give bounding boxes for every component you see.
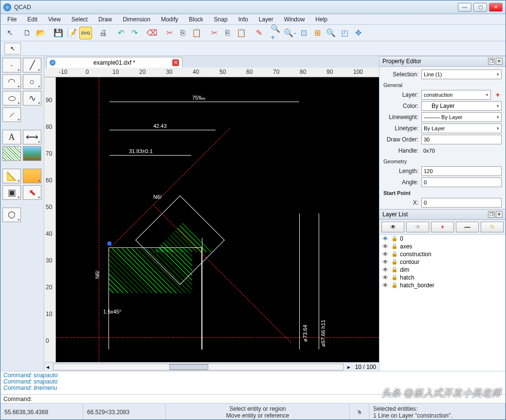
close-panel-icon[interactable]: ✕ — [496, 211, 503, 218]
zoomprev-icon[interactable]: 🔍 — [325, 27, 337, 39]
menu-view[interactable]: View — [43, 15, 66, 24]
lock-icon[interactable]: 🔒 — [391, 259, 398, 265]
grip-point[interactable] — [108, 242, 111, 245]
visibility-icon[interactable]: 👁 — [382, 282, 389, 289]
menu-select[interactable]: Select — [67, 15, 92, 24]
spline-icon[interactable]: ∿▸ — [23, 91, 41, 105]
show-all-icon[interactable]: 👁 — [381, 222, 404, 232]
copy-icon[interactable]: ⎘ — [177, 27, 189, 39]
paste-icon[interactable]: 📋 — [190, 27, 203, 39]
lock-icon[interactable]: 🔒 — [391, 282, 398, 288]
pointer-tool[interactable]: ↖ — [4, 43, 21, 54]
color-select[interactable]: By Layer — [421, 101, 502, 111]
copy2-icon[interactable]: ⎘ — [221, 27, 234, 39]
visibility-icon[interactable]: 👁 — [382, 259, 389, 265]
maximize-button[interactable]: ▢ — [473, 3, 487, 12]
menu-window[interactable]: Window — [279, 15, 310, 24]
pointer-icon[interactable]: ↖ — [3, 27, 16, 39]
save-icon[interactable]: 💾 — [52, 27, 65, 39]
lock-icon[interactable]: 🔒 — [391, 251, 398, 257]
print-icon[interactable]: 🖨 — [97, 27, 109, 39]
lock-icon[interactable]: 🔒 — [391, 266, 398, 273]
iso-icon[interactable]: ⬡▸ — [2, 208, 21, 222]
open-icon[interactable]: 📂 — [35, 27, 47, 39]
menu-draw[interactable]: Draw — [93, 15, 117, 24]
circle-icon[interactable]: ○▸ — [23, 74, 41, 89]
lock-icon[interactable]: 🔒 — [391, 274, 398, 280]
paste2-icon[interactable]: 📋 — [235, 27, 248, 39]
pan-icon[interactable]: ✥ — [352, 27, 364, 39]
svg-icon[interactable]: SVG — [79, 27, 92, 39]
layer-row[interactable]: 👁🔒contour — [380, 258, 506, 266]
hide-all-icon[interactable]: 👁 — [406, 222, 429, 232]
add-layer-button[interactable]: + — [431, 222, 454, 232]
pencil-icon[interactable]: ✎ — [253, 27, 265, 39]
layer-row[interactable]: 👁🔒hatch_border — [380, 281, 506, 289]
menu-help[interactable]: Help — [310, 15, 332, 24]
menu-info[interactable]: Info — [234, 15, 253, 24]
menu-edit[interactable]: Edit — [22, 15, 42, 24]
lineweight-select[interactable]: ——— By Layer — [421, 112, 502, 122]
layer-row[interactable]: 👁🔒construction — [380, 250, 506, 258]
new-icon[interactable]: 🗋 — [21, 27, 34, 39]
hatch-icon[interactable] — [2, 146, 21, 161]
visibility-icon[interactable]: 👁 — [382, 235, 389, 242]
saveas-icon[interactable]: 📝 — [66, 27, 78, 39]
undo-icon[interactable]: ↶ — [114, 27, 127, 39]
menu-layer[interactable]: Layer — [254, 15, 278, 24]
select-icon[interactable]: ⬉▸ — [23, 185, 41, 200]
visibility-icon[interactable]: 👁 — [382, 243, 389, 250]
canvas[interactable]: 75‰₅ 42.43 31.83±0.1 N6/ N6/ 1.5x45° ⌀73… — [56, 77, 379, 362]
cut-icon[interactable]: ✂ — [163, 27, 176, 39]
image-icon[interactable] — [23, 146, 41, 161]
cut2-icon[interactable]: ✂ — [208, 27, 220, 39]
menu-modify[interactable]: Modify — [156, 15, 183, 24]
dimension-icon[interactable]: ⟷▸ — [23, 130, 41, 144]
draworder-input[interactable]: 30 — [421, 135, 502, 144]
arc-icon[interactable]: ◠▸ — [2, 74, 21, 89]
zoomout-icon[interactable]: 🔍- — [284, 27, 296, 39]
close-tab-icon[interactable]: ✕ — [172, 59, 179, 66]
erase-icon[interactable]: ⌫ — [145, 27, 158, 39]
menu-snap[interactable]: Snap — [209, 15, 233, 24]
ruler-icon[interactable]: ▸ — [23, 169, 41, 183]
layer-row[interactable]: 👁🔒hatch — [380, 274, 506, 281]
lock-icon[interactable]: 🔒 — [391, 243, 398, 249]
layer-row[interactable]: 👁🔒0 — [380, 235, 506, 243]
redo-icon[interactable]: ↷ — [128, 27, 141, 39]
undock-icon[interactable]: ❐ — [488, 58, 495, 65]
text-icon[interactable]: A — [2, 130, 21, 144]
block-icon[interactable]: ▣▸ — [2, 185, 21, 200]
lock-icon[interactable]: 🔒 — [391, 235, 398, 242]
menu-dimension[interactable]: Dimension — [118, 15, 155, 24]
visibility-icon[interactable]: 👁 — [382, 274, 389, 281]
startx-input[interactable]: 0 — [421, 198, 502, 208]
layer-row[interactable]: 👁🔒axes — [380, 243, 506, 250]
minimize-button[interactable]: — — [458, 3, 471, 12]
point-icon[interactable]: ·▸ — [2, 58, 21, 72]
edit-layer-button[interactable]: ✎ — [481, 222, 504, 232]
zoomin-icon[interactable]: 🔍+ — [270, 27, 283, 39]
menu-block[interactable]: Block — [184, 15, 208, 24]
polyline-icon[interactable]: ⟋▸ — [2, 107, 21, 122]
close-panel-icon[interactable]: ✕ — [496, 58, 503, 65]
measure-icon[interactable]: 📐▸ — [2, 169, 21, 183]
close-button[interactable]: ✕ — [489, 3, 503, 12]
visibility-icon[interactable]: 👁 — [382, 251, 389, 258]
layer-select[interactable]: construction — [421, 90, 491, 100]
length-input[interactable]: 120 — [421, 166, 502, 176]
layer-row[interactable]: 👁🔒dim — [380, 266, 506, 274]
linetype-select[interactable]: By Layer — [421, 123, 502, 133]
zoomauto-icon[interactable]: ⊡ — [297, 27, 310, 39]
selection-select[interactable]: Line (1) — [421, 70, 502, 79]
remove-layer-button[interactable]: — — [456, 222, 479, 232]
zoomwin-icon[interactable]: ◰ — [338, 27, 351, 39]
undock-icon[interactable]: ❐ — [488, 211, 495, 218]
file-tab[interactable]: example01.dxf * ✕ — [46, 57, 182, 68]
h-scrollbar[interactable]: ◂ ▸ 10 / 100 — [44, 362, 379, 371]
menu-file[interactable]: File — [2, 15, 21, 24]
ellipse-icon[interactable]: ⬭▸ — [2, 91, 21, 105]
line-icon[interactable]: ╱▸ — [23, 58, 41, 72]
visibility-icon[interactable]: 👁 — [382, 266, 389, 273]
add-layer-icon[interactable]: + — [494, 91, 502, 99]
